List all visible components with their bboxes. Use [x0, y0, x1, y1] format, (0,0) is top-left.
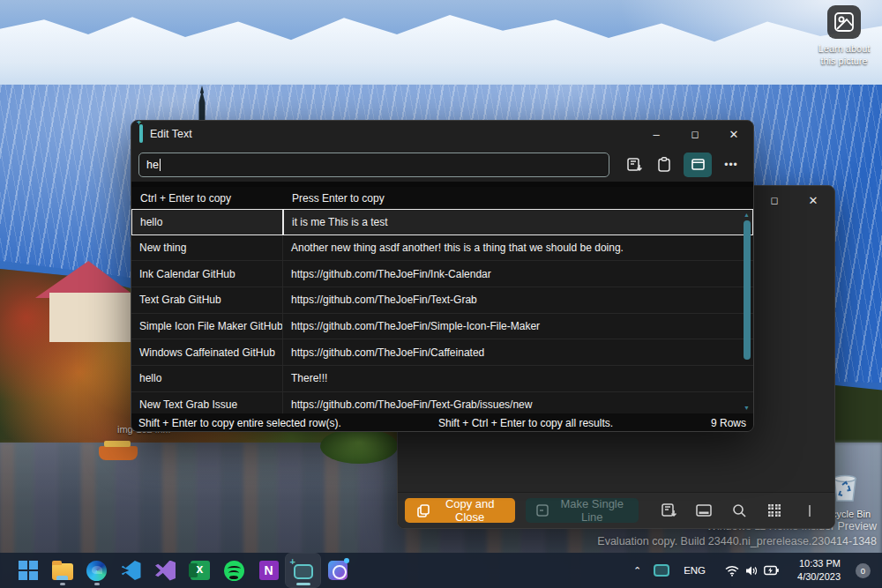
cell-key[interactable]: Simple Icon File Maker GitHub — [131, 314, 283, 339]
cursor-bar-icon[interactable] — [792, 497, 827, 524]
language-indicator[interactable]: ENG — [677, 554, 712, 587]
system-tray: ⌃ ENG 10:33 PM — [629, 554, 882, 587]
clock[interactable]: 10:33 PM 4/30/2023 — [792, 554, 846, 587]
edge-icon — [86, 561, 107, 581]
cell-value[interactable]: https://github.com/TheJoeFin/Text-Grab — [283, 287, 753, 313]
photo-info-icon — [827, 5, 861, 39]
excel-icon — [191, 561, 210, 580]
table-header: Ctrl + Enter to copy Press Enter to copy — [131, 187, 753, 209]
tray-date: 4/30/2023 — [797, 570, 841, 584]
cell-key[interactable]: New Text Grab Issue — [131, 392, 283, 413]
title-bar[interactable]: Edit Text – ◻ ✕ — [131, 121, 753, 147]
scrollbar-thumb[interactable] — [744, 220, 751, 360]
taskbar-icon-visual-studio[interactable] — [148, 554, 183, 587]
single-line-icon — [536, 504, 549, 517]
table-row[interactable]: New Text Grab Issuehttps://github.com/Th… — [131, 392, 753, 413]
desktop-icon-learn-about-picture[interactable]: Learn about this picture — [811, 5, 877, 68]
cell-value[interactable]: it is me This is a test — [283, 209, 753, 235]
taskbar-icon-excel[interactable] — [183, 554, 217, 587]
close-button[interactable]: ✕ — [714, 120, 753, 148]
watermark-line2: Evaluation copy. Build 23440.ni_prerelea… — [597, 535, 877, 547]
taskbar: N ⌃ ENG 10:33 — [0, 553, 882, 588]
battery-icon — [764, 565, 779, 576]
vscode-icon — [122, 561, 141, 580]
table-row[interactable]: helloit is me This is a test — [131, 209, 753, 235]
close-button[interactable]: ✕ — [794, 186, 833, 214]
make-single-line-label: Make Single Line — [556, 497, 628, 524]
make-single-line-button[interactable]: Make Single Line — [526, 498, 639, 523]
maximize-button[interactable]: ◻ — [755, 186, 794, 214]
table-row[interactable]: Simple Icon File Maker GitHubhttps://git… — [131, 314, 753, 340]
visual-studio-icon — [155, 561, 176, 581]
text-grab-app-icon — [139, 126, 143, 142]
taskbar-icon-file-explorer[interactable] — [45, 554, 79, 587]
taskbar-icon-vscode[interactable] — [114, 554, 148, 587]
cell-value[interactable]: Another new thing asdf another! this is … — [283, 235, 753, 261]
text-grab-icon — [294, 564, 313, 579]
cell-value[interactable]: https://github.com/TheJoeFin/Ink-Calenda… — [283, 261, 753, 287]
grid-icon[interactable] — [757, 497, 792, 524]
cell-value[interactable]: There!!! — [283, 366, 753, 391]
table-row[interactable]: Text Grab GitHubhttps://github.com/TheJo… — [131, 287, 753, 314]
minimize-button[interactable]: – — [637, 120, 676, 148]
spotify-icon — [224, 561, 244, 581]
cell-key[interactable]: hello — [131, 209, 283, 235]
scrollbar[interactable]: ▲ ▼ — [742, 212, 752, 411]
more-icon[interactable]: ••• — [716, 153, 746, 177]
wifi-icon — [725, 565, 739, 577]
wallpaper-tree-canopy — [320, 428, 398, 464]
taskbar-icon-photos[interactable] — [320, 554, 355, 587]
table-view-icon[interactable] — [684, 153, 712, 177]
status-left: Shift + Enter to copy entire selected ro… — [138, 417, 341, 429]
maximize-button[interactable]: ◻ — [676, 120, 714, 148]
scroll-up-icon[interactable]: ▲ — [744, 212, 751, 218]
system-icons-group[interactable] — [715, 554, 789, 587]
cell-key[interactable]: hello — [131, 366, 283, 391]
onenote-icon: N — [259, 561, 279, 580]
notification-badge[interactable]: 0 — [849, 554, 875, 587]
copy-and-close-label: Copy and Close — [437, 497, 503, 524]
copy-icon — [417, 504, 430, 517]
text-grab-tray-icon[interactable] — [649, 554, 674, 587]
file-explorer-icon — [52, 563, 73, 580]
taskbar-icon-edge[interactable] — [79, 554, 114, 587]
column-header-key: Ctrl + Enter to copy — [131, 192, 283, 205]
volume-icon — [745, 565, 758, 577]
cell-value[interactable]: https://github.com/TheJoeFin/Simple-Icon… — [283, 314, 753, 339]
cell-key[interactable]: Windows Caffeinated GitHub — [131, 339, 283, 365]
table-row[interactable]: helloThere!!! — [131, 366, 753, 392]
cell-key[interactable]: Text Grab GitHub — [131, 287, 283, 313]
column-header-value: Press Enter to copy — [283, 192, 753, 205]
cell-key[interactable]: Ink Calendar GitHub — [131, 261, 283, 287]
copy-and-close-button[interactable]: Copy and Close — [405, 498, 515, 523]
table-row[interactable]: Windows Caffeinated GitHubhttps://github… — [131, 339, 753, 366]
taskbar-icon-onenote[interactable]: N — [251, 554, 286, 587]
running-indicator — [94, 583, 100, 585]
table-row[interactable]: Ink Calendar GitHubhttps://github.com/Th… — [131, 261, 753, 287]
text-caret — [160, 159, 161, 171]
row-count: 9 Rows — [711, 417, 746, 429]
save-icon[interactable] — [619, 153, 649, 177]
cell-value[interactable]: https://github.com/TheJoeFin/Caffeinated — [283, 339, 753, 365]
save-icon[interactable] — [651, 497, 686, 524]
bottom-bar-icon[interactable] — [686, 497, 721, 524]
search-input[interactable]: he — [138, 153, 609, 177]
toolbar: he ••• — [131, 147, 753, 182]
scroll-down-icon[interactable]: ▼ — [744, 405, 751, 411]
cell-key[interactable]: New thing — [131, 235, 283, 261]
desktop-icon-label: Learn about — [811, 42, 877, 55]
start-icon — [19, 561, 38, 580]
table-row[interactable]: New thingAnother new thing asdf another!… — [131, 235, 753, 262]
taskbar-apps: N — [11, 554, 355, 587]
search-icon[interactable] — [721, 497, 757, 524]
chevron-up-icon[interactable]: ⌃ — [629, 554, 646, 587]
cell-value[interactable]: https://github.com/TheJoeFin/Text-Grab/i… — [283, 392, 753, 413]
taskbar-icon-text-grab[interactable] — [286, 554, 320, 587]
tray-time: 10:33 PM — [797, 557, 841, 570]
wallpaper-boat — [99, 446, 138, 460]
window-title: Edit Text — [150, 128, 192, 140]
taskbar-icon-spotify[interactable] — [217, 554, 251, 587]
paste-icon[interactable] — [649, 153, 679, 177]
taskbar-icon-start[interactable] — [11, 554, 45, 587]
running-indicator — [296, 583, 310, 585]
